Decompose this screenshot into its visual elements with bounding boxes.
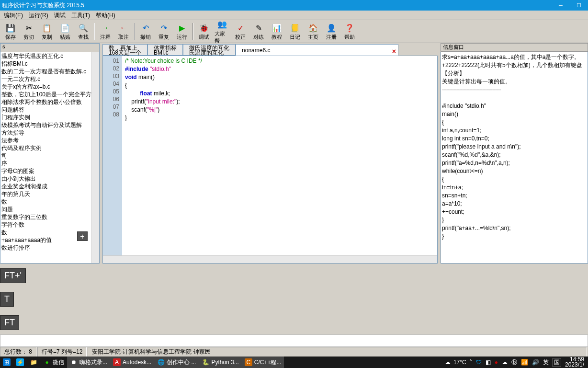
tab-2[interactable]: 微氏温度的互化氏温度的互化 (183, 44, 236, 56)
overlay-ft[interactable]: FT (0, 315, 19, 330)
ime-lang[interactable]: 英 (543, 358, 549, 367)
file-item[interactable]: 数进行排序 (1, 244, 99, 252)
left-scrollbar[interactable] (91, 52, 99, 263)
task-wechat[interactable]: ●微信 (40, 356, 67, 368)
file-item[interactable]: 关于x的方程ax=b.c (1, 83, 99, 91)
file-item[interactable]: 方法指导 (1, 129, 99, 137)
file-item[interactable]: 法参考 (1, 137, 99, 144)
line-gutter: 0102030405060708 (103, 56, 122, 263)
status-total-rows: 总行数： 8 (0, 347, 36, 357)
home-button[interactable]: 🏠主页 (305, 21, 322, 42)
file-item[interactable]: 字符个数 (1, 221, 99, 229)
uncomment-button[interactable]: ←取注 (115, 21, 132, 42)
redo-button[interactable]: ↷重复 (155, 21, 172, 42)
file-item[interactable]: 数的二元一次方程是否有整数解.c (1, 68, 99, 75)
register-button[interactable]: 👤注册 (323, 21, 340, 42)
run-icon: ▶ (176, 22, 188, 34)
output-area[interactable] (0, 334, 588, 347)
file-item[interactable]: 序 (1, 160, 99, 167)
save-button[interactable]: 💾保存 (2, 21, 19, 42)
tutorial-icon: 📊 (271, 22, 283, 34)
task-autodesk[interactable]: AAutodesk... (110, 356, 154, 368)
file-item[interactable]: 温度与华氏温度的互化.c (1, 52, 99, 60)
menu-run[interactable]: 运行(R) (26, 11, 51, 20)
tray-bt-icon[interactable]: ⓑ (511, 358, 517, 367)
file-item[interactable]: 相除法求两个整数的最小公倍数 (1, 98, 99, 106)
file-item[interactable]: 由小到大输出 (1, 175, 99, 183)
file-item[interactable]: 司 (1, 152, 99, 160)
file-item[interactable]: 指标BMI.c (1, 60, 99, 68)
run-button[interactable]: ▶运行 (173, 21, 191, 42)
start-button[interactable]: ⊞ (0, 356, 13, 368)
task-recorder[interactable]: ⏺嗨格式录... (67, 356, 110, 368)
task-python[interactable]: 🐍Python 3... (199, 356, 241, 368)
ime-mode[interactable]: 国 (553, 358, 561, 367)
folder-icon: 📁 (30, 358, 37, 366)
tab-3-active[interactable]: noname6.c× (236, 44, 398, 56)
tray-app-icon[interactable]: ◧ (486, 359, 491, 366)
cut-button[interactable]: ✂剪切 (20, 21, 37, 42)
help-button[interactable]: ❓帮助 (341, 21, 358, 42)
duilian-button[interactable]: ✎对练 (250, 21, 267, 42)
menu-debug[interactable]: 调试 (51, 11, 68, 20)
task-cpp[interactable]: CC/C++程... (242, 356, 284, 368)
file-item[interactable]: 代码及程序实例 (1, 144, 99, 152)
info-content[interactable]: 求s=a+aa+aaa+aaaa+aa...a的值，其中a是一个数字。 +222… (441, 52, 588, 264)
python-icon: 🐍 (202, 358, 209, 366)
check-icon: ✓ (235, 22, 246, 34)
maximize-button[interactable]: ☐ (570, 0, 588, 11)
tab-0[interactable]: 数，再加上168又是一个 (102, 44, 147, 56)
file-item[interactable]: 问题 (1, 206, 99, 213)
tray-cloud-icon[interactable]: ☁ (502, 359, 508, 366)
file-item[interactable]: 问题解答 (1, 106, 99, 114)
file-item[interactable]: 门程序实例 (1, 114, 99, 121)
tray-shield-icon[interactable]: 🛡 (476, 359, 482, 366)
copy-button[interactable]: 📋复制 (38, 21, 56, 42)
undo-button[interactable]: ↶撤销 (137, 21, 154, 42)
find-button[interactable]: 🔍查找 (75, 21, 92, 42)
close-icon[interactable]: × (392, 46, 396, 56)
code-area[interactable]: /* Note:Your choice is C IDE */ #include… (122, 56, 437, 263)
file-item[interactable]: 一元二次方程.c (1, 75, 99, 83)
menubar: 编辑(E) 运行(R) 调试 工具(T) 帮助(H) (0, 11, 588, 20)
clock[interactable]: 14:59 2023/1/ (565, 357, 584, 368)
undo-icon: ↶ (140, 22, 151, 34)
plus-badge[interactable]: + (77, 231, 88, 241)
dajiabang-button[interactable]: 👥大家帮 (214, 18, 231, 46)
tray-sound-icon[interactable]: 🔊 (532, 359, 539, 366)
file-item[interactable]: 年的第几天 (1, 190, 99, 198)
file-item[interactable]: 企业奖金利润提成 (1, 183, 99, 190)
file-item[interactable]: 字母C的图案 (1, 167, 99, 175)
check-button[interactable]: ✓校正 (232, 21, 249, 42)
file-list-panel: s 温度与华氏温度的互化.c指标BMI.c数的二元一次方程是否有整数解.c一元二… (0, 43, 100, 264)
menu-tool[interactable]: 工具(T) (68, 11, 93, 20)
task-lightning[interactable]: ⚡ (13, 356, 27, 368)
menu-help[interactable]: 帮助(H) (93, 11, 118, 20)
workspace: s 温度与华氏温度的互化.c指标BMI.c数的二元一次方程是否有整数解.c一元二… (0, 43, 588, 264)
tray-up-icon[interactable]: ˄ (469, 359, 472, 366)
tray-rec-icon[interactable]: ● (495, 359, 498, 366)
tray-wifi-icon[interactable]: 📶 (521, 359, 528, 366)
tutorial-button[interactable]: 📊教程 (268, 21, 285, 42)
debug-button[interactable]: 🐞调试 (195, 21, 213, 42)
tab-1[interactable]: 体重指标BMI.c (147, 44, 183, 56)
file-item[interactable]: 重复数字的三位数 (1, 213, 99, 221)
menu-edit[interactable]: 编辑(E) (1, 11, 26, 20)
task-chrome[interactable]: 🌐创作中心 ... (154, 356, 199, 368)
info-panel: 信息窗口 求s=a+aa+aaa+aaaa+aa...a的值，其中a是一个数字。… (441, 43, 588, 264)
overlay-ft-quote[interactable]: FT+' (0, 268, 26, 283)
file-item[interactable]: 级模拟考试与自动评分及试题解 (1, 121, 99, 129)
code-editor[interactable]: 0102030405060708 /* Note:Your choice is … (102, 56, 438, 264)
window-buttons: ─ ☐ (552, 0, 588, 11)
diary-button[interactable]: 📒日记 (286, 21, 304, 42)
paste-icon: 📄 (59, 22, 71, 34)
minimize-button[interactable]: ─ (552, 0, 570, 11)
comment-button[interactable]: →注释 (97, 21, 114, 42)
weather[interactable]: ☁17°C (441, 356, 469, 368)
paste-button[interactable]: 📄粘贴 (57, 21, 74, 42)
file-item[interactable]: 数 (1, 198, 99, 206)
overlay-t[interactable]: T (0, 292, 14, 307)
task-explorer[interactable]: 📁 (27, 356, 40, 368)
file-item[interactable]: 整数，它加上100后是一个完全平方 (1, 91, 99, 98)
editor-hscroll[interactable] (103, 255, 437, 263)
